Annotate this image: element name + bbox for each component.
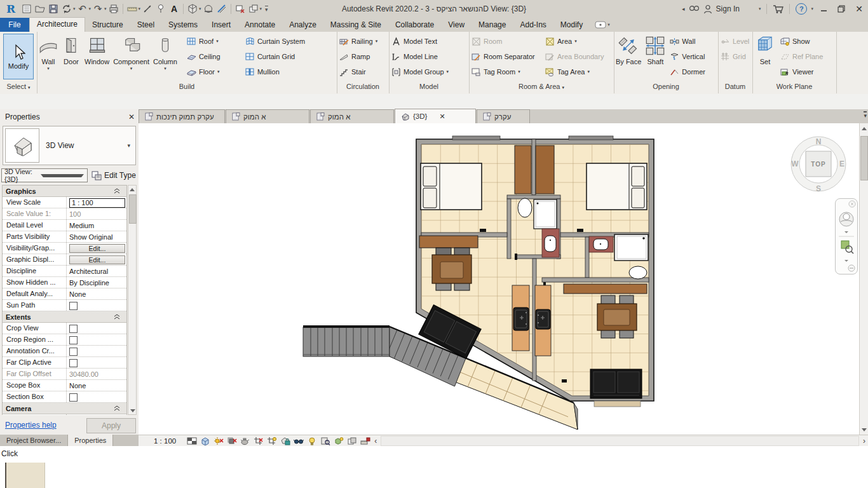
annotation-crop-checkbox[interactable] bbox=[69, 348, 78, 356]
tab-architecture[interactable]: Architecture bbox=[29, 17, 85, 32]
measure-dropdown[interactable]: ▾ bbox=[139, 6, 141, 11]
tab-view[interactable]: View bbox=[441, 18, 471, 32]
component-button[interactable]: Component▾ bbox=[111, 32, 151, 72]
collapse-arrow-icon[interactable]: ◂ bbox=[682, 6, 685, 12]
minimize-button[interactable] bbox=[815, 0, 832, 18]
scrollbar-left-arrow[interactable]: ‹ bbox=[372, 437, 379, 445]
measure-icon[interactable] bbox=[126, 2, 139, 16]
tab-analyze[interactable]: Analyze bbox=[282, 18, 323, 32]
temporary-hide-isolate-icon[interactable] bbox=[292, 436, 305, 446]
visual-style-icon[interactable] bbox=[198, 436, 212, 446]
user-icon[interactable] bbox=[703, 4, 712, 14]
help-icon[interactable]: ? bbox=[796, 3, 807, 15]
view-tab-3d[interactable]: {3D} ✕ bbox=[395, 109, 476, 123]
sun-path-off-icon[interactable] bbox=[212, 436, 225, 446]
set-button[interactable]: Set bbox=[752, 32, 778, 67]
switch-windows-dropdown[interactable]: ▾ bbox=[260, 6, 262, 11]
show-hidden-windows-icon[interactable] bbox=[345, 436, 358, 446]
redo-dropdown[interactable]: ▾ bbox=[104, 6, 107, 11]
apply-button[interactable]: Apply bbox=[86, 418, 136, 433]
tab-modify[interactable]: Modify bbox=[553, 18, 590, 32]
area-button[interactable]: Area▾ bbox=[543, 34, 611, 49]
view-tab-list-dropdown[interactable]: ▾ bbox=[864, 111, 867, 119]
switch-windows-icon[interactable] bbox=[247, 2, 260, 16]
section-extents[interactable]: Extents bbox=[3, 311, 126, 323]
scroll-down-icon[interactable] bbox=[862, 428, 867, 431]
sign-in-button[interactable]: Sign In bbox=[716, 4, 740, 13]
scope-box-value[interactable]: None bbox=[69, 382, 86, 390]
railing-button[interactable]: Railing▾ bbox=[337, 34, 380, 49]
properties-grid-scrollbar[interactable] bbox=[128, 185, 137, 415]
undo-icon[interactable]: ↶ bbox=[76, 2, 89, 16]
tab-collaborate[interactable]: Collaborate bbox=[388, 18, 441, 32]
redo-icon[interactable]: ↷ bbox=[92, 2, 104, 16]
shelf-left[interactable] bbox=[419, 236, 478, 248]
view-scale-input[interactable]: 1 : 100 bbox=[69, 198, 125, 208]
print-icon[interactable] bbox=[107, 2, 120, 16]
properties-help-link[interactable]: Properties help bbox=[5, 421, 57, 430]
3d-view-dropdown[interactable]: ▾ bbox=[199, 6, 201, 11]
save-icon[interactable] bbox=[47, 2, 60, 16]
detail-level-icon[interactable] bbox=[185, 436, 198, 446]
close-view-icon[interactable]: ✕ bbox=[439, 112, 445, 121]
scale-button[interactable]: 1 : 100 bbox=[154, 437, 176, 445]
type-selector-dropdown[interactable]: ▾ bbox=[127, 142, 135, 149]
help-dropdown[interactable]: ▾ bbox=[811, 6, 813, 11]
modify-button[interactable]: Modify bbox=[3, 34, 34, 79]
tab-steel[interactable]: Steel bbox=[130, 18, 161, 32]
vertical-scrollbar[interactable] bbox=[859, 123, 868, 435]
scrollbar-thumb[interactable] bbox=[860, 136, 868, 180]
select-panel-dropdown[interactable]: Select ▾ bbox=[0, 81, 37, 93]
temporary-view-properties-icon[interactable] bbox=[318, 436, 332, 446]
tab-add-ins[interactable]: Add-Ins bbox=[513, 18, 553, 32]
show-rendering-dialog-icon[interactable] bbox=[238, 436, 252, 446]
graphic-display-edit-button[interactable]: Edit... bbox=[69, 255, 125, 264]
tab-massing-site[interactable]: Massing & Site bbox=[323, 18, 388, 32]
viewcube-west[interactable]: W bbox=[791, 159, 799, 168]
column-button[interactable]: Column▾ bbox=[151, 32, 179, 72]
sofa-right[interactable] bbox=[590, 369, 642, 398]
section-camera[interactable]: Camera bbox=[3, 403, 126, 414]
mullion-button[interactable]: Mullion bbox=[243, 64, 311, 79]
bed-right[interactable] bbox=[587, 163, 647, 210]
tag-by-category-icon[interactable] bbox=[154, 2, 167, 16]
undo-dropdown[interactable]: ▾ bbox=[89, 6, 92, 11]
section-icon[interactable] bbox=[202, 2, 215, 16]
room-area-panel-dropdown[interactable]: Room & Area ▾ bbox=[469, 81, 614, 93]
floor-plan[interactable] bbox=[139, 123, 859, 435]
scrollbar-right-arrow[interactable]: › bbox=[860, 437, 868, 445]
thin-lines-icon[interactable] bbox=[215, 2, 228, 16]
visibility-edit-button[interactable]: Edit... bbox=[69, 244, 125, 253]
cart-icon[interactable] bbox=[773, 4, 783, 14]
shaft-button[interactable]: Shaft bbox=[643, 32, 667, 67]
discipline-value[interactable]: Architectural bbox=[69, 268, 108, 275]
locked-3d-view-icon[interactable] bbox=[278, 436, 292, 446]
scroll-up-icon[interactable] bbox=[862, 127, 867, 130]
default-3d-view-icon[interactable] bbox=[186, 2, 199, 16]
viewcube-east[interactable]: E bbox=[839, 159, 844, 168]
floor-button[interactable]: Floor▾ bbox=[184, 64, 243, 79]
close-button[interactable]: ✕ bbox=[850, 0, 868, 18]
view-tab-floor-a-2[interactable]: קומה א bbox=[310, 109, 394, 123]
viewer-button[interactable]: Viewer bbox=[778, 64, 827, 79]
door-button[interactable]: Door bbox=[60, 32, 83, 67]
properties-close-icon[interactable]: ✕ bbox=[128, 109, 135, 125]
crop-view-checkbox[interactable] bbox=[69, 325, 78, 333]
sync-dropdown[interactable]: ▾ bbox=[73, 6, 76, 11]
default-analysis-value[interactable]: None bbox=[69, 290, 86, 298]
section-box-checkbox[interactable] bbox=[69, 393, 78, 402]
sun-path-checkbox[interactable] bbox=[69, 302, 78, 310]
scroll-down-icon[interactable] bbox=[130, 409, 135, 412]
ribbon-display-toggle[interactable]: ▾ bbox=[595, 18, 610, 32]
view-tab-floor-a-1[interactable]: קומה א bbox=[226, 109, 309, 123]
scroll-up-icon[interactable] bbox=[130, 188, 135, 191]
restore-button[interactable] bbox=[832, 0, 850, 18]
ceiling-button[interactable]: Ceiling bbox=[184, 49, 243, 64]
model-line-button[interactable]: Model Line bbox=[389, 49, 451, 64]
view-tab-ground[interactable]: קרקע bbox=[477, 109, 530, 123]
counter-right[interactable] bbox=[564, 284, 647, 294]
wardrobe-right[interactable] bbox=[536, 146, 554, 194]
dormer-button[interactable]: Dormer bbox=[667, 64, 713, 79]
stair-button[interactable]: Stair bbox=[337, 64, 380, 79]
show-crop-region-icon[interactable] bbox=[265, 436, 278, 446]
